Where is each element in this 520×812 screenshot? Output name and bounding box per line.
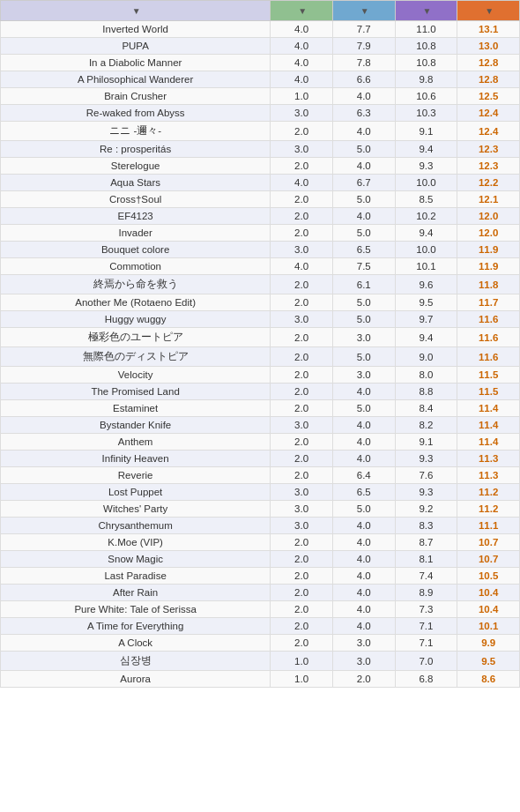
song-name-cell: In a Diabolic Manner xyxy=(1,55,271,71)
table-row: Estaminet2.05.08.411.4 xyxy=(1,400,520,417)
d1-cell: 2.0 xyxy=(271,635,333,652)
d3-cell: 10.0 xyxy=(395,242,457,258)
table-row: Cross†Soul2.05.08.512.1 xyxy=(1,191,520,208)
d3-cell: 8.8 xyxy=(395,384,457,400)
table-row: In a Diabolic Manner4.07.810.812.8 xyxy=(1,55,520,71)
d3-cell: 10.0 xyxy=(395,175,457,191)
d3-cell: 6.8 xyxy=(395,671,457,688)
song-name-cell: Commotion xyxy=(1,258,271,275)
d4-cell: 11.6 xyxy=(457,347,520,367)
d4-cell: 11.9 xyxy=(457,258,520,275)
d2-cell: 4.0 xyxy=(332,518,395,534)
d4-cell: 10.4 xyxy=(457,601,520,618)
song-name-cell: Chrysanthemum xyxy=(1,518,271,534)
d1-cell: 2.0 xyxy=(271,467,333,484)
table-row: Commotion4.07.510.111.9 xyxy=(1,258,520,275)
d4-cell: 12.3 xyxy=(457,141,520,158)
d4-cell: 10.7 xyxy=(457,551,520,568)
d1-cell: 2.0 xyxy=(271,618,333,635)
d2-cell: 5.0 xyxy=(332,311,395,328)
song-name-cell: Last Paradise xyxy=(1,568,271,585)
d2-cell: 5.0 xyxy=(332,141,395,158)
table-row: Another Me (Rotaeno Edit)2.05.09.511.7 xyxy=(1,294,520,311)
d4-cell: 11.3 xyxy=(457,467,520,484)
d3-cell: 7.6 xyxy=(395,467,457,484)
song-name-cell: 極彩色のユートピア xyxy=(1,328,271,347)
song-name-cell: 無際色のディストピア xyxy=(1,347,271,367)
d2-cell: 5.0 xyxy=(332,191,395,208)
d2-cell: 4.0 xyxy=(332,158,395,175)
song-name-cell: Invader xyxy=(1,225,271,242)
d4-cell: 8.6 xyxy=(457,671,520,688)
song-name-cell: Snow Magic xyxy=(1,551,271,568)
d2-cell: 7.9 xyxy=(332,38,395,55)
header-d1[interactable]: ▼ xyxy=(271,1,333,21)
song-name-cell: After Rain xyxy=(1,585,271,601)
d4-cell: 9.5 xyxy=(457,652,520,671)
d3-cell: 9.4 xyxy=(395,141,457,158)
d1-cell: 2.0 xyxy=(271,568,333,585)
song-name-cell: Velocity xyxy=(1,367,271,384)
d4-cell: 12.4 xyxy=(457,105,520,122)
song-name-cell: Estaminet xyxy=(1,400,271,417)
table-row: 終焉から命を救う2.06.19.611.8 xyxy=(1,275,520,294)
sort-arrow-d4[interactable]: ▼ xyxy=(485,6,494,16)
d2-cell: 4.0 xyxy=(332,451,395,467)
d3-cell: 9.3 xyxy=(395,451,457,467)
song-name-cell: EF4123 xyxy=(1,208,271,225)
table-row: A Philosophical Wanderer4.06.69.812.8 xyxy=(1,71,520,88)
song-name-cell: Brain Crusher xyxy=(1,88,271,105)
d2-cell: 4.0 xyxy=(332,618,395,635)
d3-cell: 7.4 xyxy=(395,568,457,585)
d4-cell: 11.4 xyxy=(457,400,520,417)
d2-cell: 4.0 xyxy=(332,601,395,618)
d3-cell: 8.7 xyxy=(395,534,457,551)
header-song[interactable]: ▼ xyxy=(1,1,271,21)
d3-cell: 8.5 xyxy=(395,191,457,208)
d2-cell: 6.1 xyxy=(332,275,395,294)
song-name-cell: Bouquet colore xyxy=(1,242,271,258)
d1-cell: 2.0 xyxy=(271,585,333,601)
d2-cell: 4.0 xyxy=(332,434,395,451)
header-d2[interactable]: ▼ xyxy=(332,1,395,21)
table-row: A Time for Everything2.04.07.110.1 xyxy=(1,618,520,635)
d3-cell: 7.3 xyxy=(395,601,457,618)
song-name-cell: Huggy wuggy xyxy=(1,311,271,328)
d1-cell: 2.0 xyxy=(271,551,333,568)
sort-arrow-d3[interactable]: ▼ xyxy=(422,6,431,16)
d1-cell: 1.0 xyxy=(271,88,333,105)
d4-cell: 13.1 xyxy=(457,21,520,38)
difficulty-table: ▼ ▼ ▼ ▼ ▼ Inverted World4.07.711.013.1PU… xyxy=(0,0,520,688)
header-d3[interactable]: ▼ xyxy=(395,1,457,21)
d1-cell: 2.0 xyxy=(271,451,333,467)
d1-cell: 2.0 xyxy=(271,208,333,225)
d3-cell: 9.3 xyxy=(395,158,457,175)
d4-cell: 12.8 xyxy=(457,71,520,88)
d3-cell: 11.0 xyxy=(395,21,457,38)
table-row: Reverie2.06.47.611.3 xyxy=(1,467,520,484)
table-row: Lost Puppet3.06.59.311.2 xyxy=(1,484,520,501)
sort-arrow-song[interactable]: ▼ xyxy=(132,6,141,16)
song-name-cell: A Time for Everything xyxy=(1,618,271,635)
d4-cell: 9.9 xyxy=(457,635,520,652)
song-name-cell: A Philosophical Wanderer xyxy=(1,71,271,88)
d4-cell: 11.2 xyxy=(457,484,520,501)
song-name-cell: Re : prosperitás xyxy=(1,141,271,158)
sort-arrow-d1[interactable]: ▼ xyxy=(298,6,307,16)
d4-cell: 12.2 xyxy=(457,175,520,191)
d4-cell: 11.2 xyxy=(457,501,520,518)
d3-cell: 7.1 xyxy=(395,635,457,652)
song-name-cell: A Clock xyxy=(1,635,271,652)
header-d4[interactable]: ▼ xyxy=(457,1,520,21)
d2-cell: 4.0 xyxy=(332,534,395,551)
d2-cell: 4.0 xyxy=(332,384,395,400)
d4-cell: 11.5 xyxy=(457,384,520,400)
table-row: K.Moe (VIP)2.04.08.710.7 xyxy=(1,534,520,551)
sort-arrow-d2[interactable]: ▼ xyxy=(360,6,369,16)
d4-cell: 11.7 xyxy=(457,294,520,311)
d2-cell: 5.0 xyxy=(332,400,395,417)
d1-cell: 2.0 xyxy=(271,384,333,400)
d4-cell: 11.6 xyxy=(457,328,520,347)
d4-cell: 11.6 xyxy=(457,311,520,328)
d3-cell: 7.1 xyxy=(395,618,457,635)
